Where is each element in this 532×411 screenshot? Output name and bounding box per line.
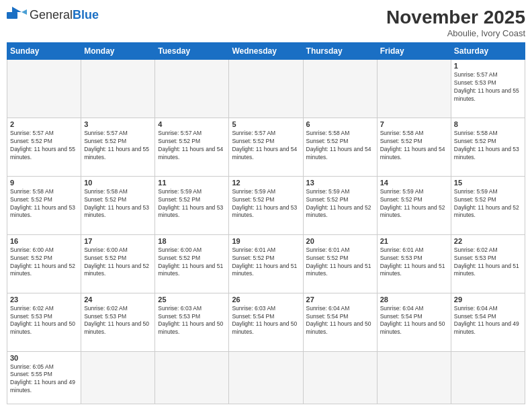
day-8: 8 Sunrise: 5:58 AMSunset: 5:52 PMDayligh…: [451, 118, 525, 176]
day-25: 25 Sunrise: 6:03 AMSunset: 5:53 PMDaylig…: [155, 293, 229, 351]
title-block: November 2025 Aboulie, Ivory Coast: [386, 7, 525, 38]
calendar-table: Sunday Monday Tuesday Wednesday Thursday…: [7, 42, 525, 404]
day-26: 26 Sunrise: 6:03 AMSunset: 5:54 PMDaylig…: [229, 293, 303, 351]
header-sunday: Sunday: [7, 43, 81, 60]
empty-cell: [229, 351, 303, 404]
calendar-row-1: 1 Sunrise: 5:57 AMSunset: 5:53 PMDayligh…: [7, 60, 525, 118]
svg-marker-1: [12, 7, 21, 12]
empty-cell: [81, 351, 155, 404]
day-6: 6 Sunrise: 5:58 AMSunset: 5:52 PMDayligh…: [303, 118, 377, 176]
month-year: November 2025: [386, 7, 525, 28]
empty-cell: [7, 60, 81, 118]
calendar-row-4: 16 Sunrise: 6:00 AMSunset: 5:52 PMDaylig…: [7, 234, 525, 293]
header-thursday: Thursday: [303, 43, 377, 60]
empty-cell: [377, 60, 451, 118]
logo-icon: [7, 7, 27, 23]
header-tuesday: Tuesday: [155, 43, 229, 60]
empty-cell: [229, 60, 303, 118]
day-1: 1 Sunrise: 5:57 AMSunset: 5:53 PMDayligh…: [451, 60, 525, 118]
location: Aboulie, Ivory Coast: [386, 28, 525, 38]
day-3: 3 Sunrise: 5:57 AMSunset: 5:52 PMDayligh…: [81, 118, 155, 176]
header-monday: Monday: [81, 43, 155, 60]
svg-marker-2: [21, 9, 27, 15]
day-10: 10 Sunrise: 5:58 AMSunset: 5:52 PMDaylig…: [81, 176, 155, 234]
day-19: 19 Sunrise: 6:01 AMSunset: 5:52 PMDaylig…: [229, 234, 303, 293]
day-24: 24 Sunrise: 6:02 AMSunset: 5:53 PMDaylig…: [81, 293, 155, 351]
day-29: 29 Sunrise: 6:04 AMSunset: 5:54 PMDaylig…: [451, 293, 525, 351]
empty-cell: [377, 351, 451, 404]
calendar-row-5: 23 Sunrise: 6:02 AMSunset: 5:53 PMDaylig…: [7, 293, 525, 351]
day-22: 22 Sunrise: 6:02 AMSunset: 5:53 PMDaylig…: [451, 234, 525, 293]
logo-text: GeneralBlue: [30, 8, 99, 22]
empty-cell: [155, 60, 229, 118]
day-21: 21 Sunrise: 6:01 AMSunset: 5:53 PMDaylig…: [377, 234, 451, 293]
day-7: 7 Sunrise: 5:58 AMSunset: 5:52 PMDayligh…: [377, 118, 451, 176]
header-saturday: Saturday: [451, 43, 525, 60]
empty-cell: [81, 60, 155, 118]
day-13: 13 Sunrise: 5:59 AMSunset: 5:52 PMDaylig…: [303, 176, 377, 234]
day-5: 5 Sunrise: 5:57 AMSunset: 5:52 PMDayligh…: [229, 118, 303, 176]
day-17: 17 Sunrise: 6:00 AMSunset: 5:52 PMDaylig…: [81, 234, 155, 293]
empty-cell: [303, 351, 377, 404]
day-12: 12 Sunrise: 5:59 AMSunset: 5:52 PMDaylig…: [229, 176, 303, 234]
calendar-row-3: 9 Sunrise: 5:58 AMSunset: 5:52 PMDayligh…: [7, 176, 525, 234]
day-9: 9 Sunrise: 5:58 AMSunset: 5:52 PMDayligh…: [7, 176, 81, 234]
day-20: 20 Sunrise: 6:01 AMSunset: 5:52 PMDaylig…: [303, 234, 377, 293]
day-30: 30 Sunrise: 6:05 AMSunset: 5:55 PMDaylig…: [7, 351, 81, 404]
day-2: 2 Sunrise: 5:57 AMSunset: 5:52 PMDayligh…: [7, 118, 81, 176]
day-27: 27 Sunrise: 6:04 AMSunset: 5:54 PMDaylig…: [303, 293, 377, 351]
svg-rect-0: [7, 12, 17, 19]
header: GeneralBlue November 2025 Aboulie, Ivory…: [7, 7, 525, 38]
calendar-row-2: 2 Sunrise: 5:57 AMSunset: 5:52 PMDayligh…: [7, 118, 525, 176]
header-wednesday: Wednesday: [229, 43, 303, 60]
day-18: 18 Sunrise: 6:00 AMSunset: 5:52 PMDaylig…: [155, 234, 229, 293]
day-11: 11 Sunrise: 5:59 AMSunset: 5:52 PMDaylig…: [155, 176, 229, 234]
day-16: 16 Sunrise: 6:00 AMSunset: 5:52 PMDaylig…: [7, 234, 81, 293]
weekday-header-row: Sunday Monday Tuesday Wednesday Thursday…: [7, 43, 525, 60]
page: GeneralBlue November 2025 Aboulie, Ivory…: [0, 0, 532, 411]
logo: GeneralBlue: [7, 7, 99, 23]
calendar-row-6: 30 Sunrise: 6:05 AMSunset: 5:55 PMDaylig…: [7, 351, 525, 404]
empty-cell: [451, 351, 525, 404]
day-4: 4 Sunrise: 5:57 AMSunset: 5:52 PMDayligh…: [155, 118, 229, 176]
day-23: 23 Sunrise: 6:02 AMSunset: 5:53 PMDaylig…: [7, 293, 81, 351]
day-14: 14 Sunrise: 5:59 AMSunset: 5:52 PMDaylig…: [377, 176, 451, 234]
empty-cell: [155, 351, 229, 404]
day-28: 28 Sunrise: 6:04 AMSunset: 5:54 PMDaylig…: [377, 293, 451, 351]
empty-cell: [303, 60, 377, 118]
day-15: 15 Sunrise: 5:59 AMSunset: 5:52 PMDaylig…: [451, 176, 525, 234]
header-friday: Friday: [377, 43, 451, 60]
